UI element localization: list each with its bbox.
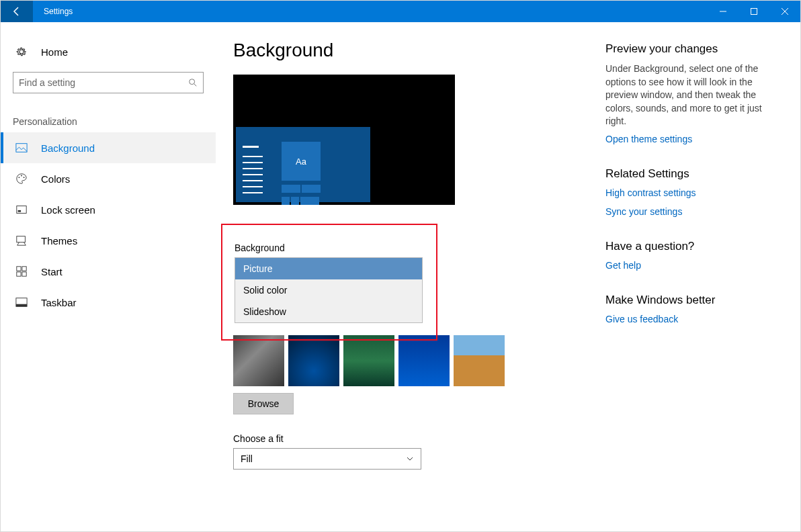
sidebar: Home Find a setting Personalization Back…: [1, 22, 216, 531]
sidebar-item-lockscreen[interactable]: Lock screen: [1, 194, 216, 225]
thumbnail[interactable]: [398, 335, 450, 386]
browse-button[interactable]: Browse: [233, 393, 294, 414]
palette-icon: [15, 173, 29, 185]
taskbar-icon: [15, 296, 29, 308]
back-button[interactable]: [1, 1, 33, 22]
svg-point-8: [21, 175, 22, 177]
picture-icon: [15, 142, 29, 154]
sidebar-item-background[interactable]: Background: [1, 132, 216, 163]
minimize-button[interactable]: [708, 1, 739, 22]
sidebar-item-label: Themes: [41, 235, 77, 247]
chevron-down-icon: [406, 455, 414, 463]
preview-changes-text: Under Background, select one of the opti…: [605, 62, 771, 128]
thumbnail[interactable]: [343, 335, 394, 386]
open-theme-link[interactable]: Open theme settings: [605, 134, 771, 144]
maximize-button[interactable]: [739, 1, 769, 22]
feedback-link[interactable]: Give us feedback: [605, 314, 771, 324]
fit-value: Fill: [241, 453, 253, 464]
sidebar-item-label: Background: [41, 142, 95, 154]
svg-rect-6: [16, 144, 27, 152]
gear-icon: [15, 46, 29, 58]
fit-label: Choose a fit: [233, 433, 592, 444]
sidebar-item-taskbar[interactable]: Taskbar: [1, 287, 216, 318]
sync-link[interactable]: Sync your settings: [605, 206, 771, 217]
get-help-link[interactable]: Get help: [605, 260, 771, 271]
svg-rect-14: [22, 267, 26, 271]
search-placeholder: Find a setting: [19, 77, 75, 88]
dropdown-option-picture[interactable]: Picture: [235, 258, 422, 279]
search-icon: [188, 78, 198, 87]
titlebar: Settings: [1, 1, 800, 22]
svg-rect-11: [18, 210, 22, 212]
background-label: Background: [235, 242, 424, 253]
thumbnail[interactable]: [454, 335, 505, 386]
home-link[interactable]: Home: [1, 38, 216, 65]
svg-rect-1: [751, 9, 757, 15]
preview-start-menu: Aa: [236, 127, 370, 202]
home-label: Home: [41, 46, 68, 58]
sidebar-item-colors[interactable]: Colors: [1, 163, 216, 194]
right-panel: Preview your changes Under Background, s…: [605, 22, 787, 531]
sidebar-item-label: Start: [41, 266, 62, 277]
close-button[interactable]: [769, 1, 800, 22]
svg-point-7: [19, 177, 20, 178]
search-input[interactable]: Find a setting: [13, 72, 204, 93]
lockscreen-icon: [15, 204, 29, 216]
preview-sample-text: Aa: [282, 142, 321, 181]
desktop-preview: Aa: [233, 75, 455, 205]
preview-changes-title: Preview your changes: [605, 42, 771, 56]
thumbnail[interactable]: [288, 335, 339, 386]
svg-point-9: [24, 177, 25, 178]
svg-rect-18: [16, 304, 27, 307]
sidebar-item-themes[interactable]: Themes: [1, 225, 216, 256]
start-icon: [15, 265, 29, 277]
themes-icon: [15, 234, 29, 247]
high-contrast-link[interactable]: High contrast settings: [605, 187, 771, 198]
background-dropdown[interactable]: Picture Solid color Slideshow: [235, 257, 423, 323]
page-title: Background: [233, 40, 592, 61]
fit-dropdown[interactable]: Fill: [233, 448, 421, 470]
svg-rect-15: [17, 272, 21, 276]
better-title: Make Windows better: [605, 294, 771, 307]
main-panel: Background Aa Background Picture Solid c…: [216, 22, 592, 531]
picture-thumbnails: [233, 335, 592, 386]
svg-rect-13: [17, 267, 21, 271]
svg-line-5: [194, 84, 197, 87]
thumbnail[interactable]: [233, 335, 284, 386]
group-title: Personalization: [13, 116, 216, 127]
dropdown-option-solid[interactable]: Solid color: [235, 279, 422, 301]
svg-rect-10: [17, 206, 26, 214]
highlight-box: Background Picture Solid color Slideshow: [221, 224, 437, 341]
svg-rect-12: [17, 236, 26, 242]
sidebar-item-label: Lock screen: [41, 204, 95, 216]
app-title: Settings: [44, 7, 73, 16]
dropdown-option-slideshow[interactable]: Slideshow: [235, 301, 422, 322]
question-title: Have a question?: [605, 240, 771, 253]
svg-point-4: [189, 79, 195, 85]
sidebar-item-label: Taskbar: [41, 297, 77, 308]
sidebar-item-label: Colors: [41, 173, 70, 185]
svg-rect-16: [22, 272, 26, 276]
related-title: Related Settings: [605, 167, 771, 181]
sidebar-item-start[interactable]: Start: [1, 256, 216, 287]
